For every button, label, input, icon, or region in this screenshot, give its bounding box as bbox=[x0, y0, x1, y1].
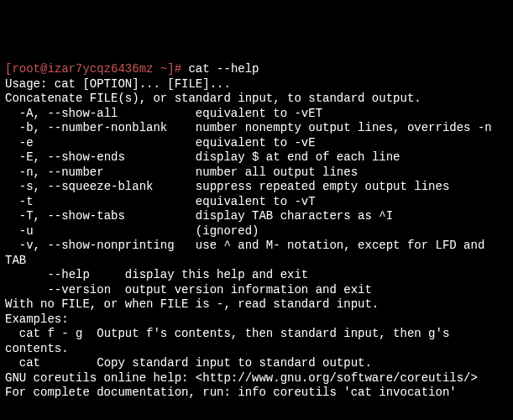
output-opt-b: -b, --number-nonblank number nonempty ou… bbox=[5, 121, 508, 136]
output-opt-T: -T, --show-tabs display TAB characters a… bbox=[5, 209, 508, 224]
output-usage: Usage: cat [OPTION]... [FILE]... bbox=[5, 77, 508, 92]
prompt-line: [root@izar7ycqz6436mz ~]# cat --help bbox=[5, 62, 508, 77]
output-opt-u: -u (ignored) bbox=[5, 224, 508, 239]
output-opt-t: -t equivalent to -vT bbox=[5, 195, 508, 210]
prompt-hash: # bbox=[175, 62, 189, 76]
output-nofile: With no FILE, or when FILE is -, read st… bbox=[5, 297, 508, 312]
output-opt-help: --help display this help and exit bbox=[5, 268, 508, 283]
output-examples-hdr: Examples: bbox=[5, 312, 508, 328]
output-opt-E: -E, --show-ends display $ at end of each… bbox=[5, 150, 508, 165]
output-ex1: cat f - g Output f's contents, then stan… bbox=[5, 327, 508, 356]
output-opt-v: -v, --show-nonprinting use ^ and M- nota… bbox=[5, 239, 508, 268]
cwd-tilde: ~ bbox=[153, 62, 167, 76]
output-opt-n: -n, --number number all output lines bbox=[5, 165, 508, 181]
output-opt-e: -e equivalent to -vE bbox=[5, 136, 508, 151]
prompt-bracket-close: ] bbox=[167, 62, 174, 76]
terminal-screen[interactable]: [root@izar7ycqz6436mz ~]# cat --helpUsag… bbox=[5, 62, 508, 401]
output-opt-A: -A, --show-all equivalent to -vET bbox=[5, 107, 508, 122]
user-at-host: root@izar7ycqz6436mz bbox=[12, 62, 153, 76]
output-opt-s: -s, --squeeze-blank suppress repeated em… bbox=[5, 180, 508, 195]
output-desc: Concatenate FILE(s), or standard input, … bbox=[5, 92, 508, 107]
command-text: cat --help bbox=[188, 62, 259, 76]
output-opt-version: --version output version information and… bbox=[5, 283, 508, 298]
output-help-url: GNU coreutils online help: <http://www.g… bbox=[5, 371, 508, 386]
output-ex2: cat Copy standard input to standard outp… bbox=[5, 356, 508, 371]
output-info: For complete documentation, run: info co… bbox=[5, 386, 508, 401]
